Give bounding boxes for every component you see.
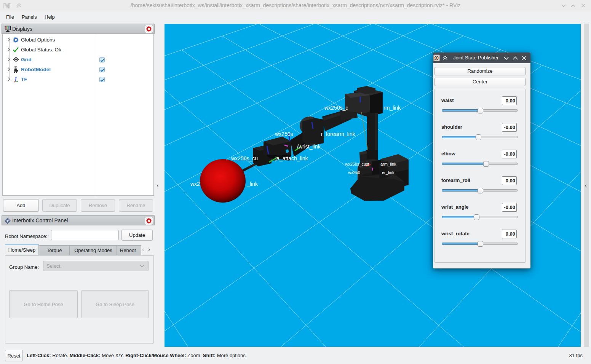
svg-text:wx250s_c: wx250s_c (324, 105, 348, 111)
svg-text:er_link: er_link (382, 170, 395, 175)
svg-text:rm_link: rm_link (383, 105, 401, 111)
svg-text:wx250s_cust: wx250s_cust (345, 162, 369, 166)
svg-text:ja_attach_link: ja_attach_link (275, 155, 308, 161)
svg-text:_link: _link (246, 181, 258, 187)
svg-text:wx250: wx250 (348, 170, 360, 175)
svg-text:wx250s: wx250s (275, 131, 293, 137)
svg-text:/wrist_link: /wrist_link (297, 144, 321, 150)
svg-text:r_forearm_link: r_forearm_link (321, 131, 355, 137)
svg-text:wx250s_cu: wx250s_cu (231, 155, 258, 161)
svg-text:arm_link: arm_link (380, 162, 396, 166)
svg-text:wx2: wx2 (190, 181, 200, 187)
